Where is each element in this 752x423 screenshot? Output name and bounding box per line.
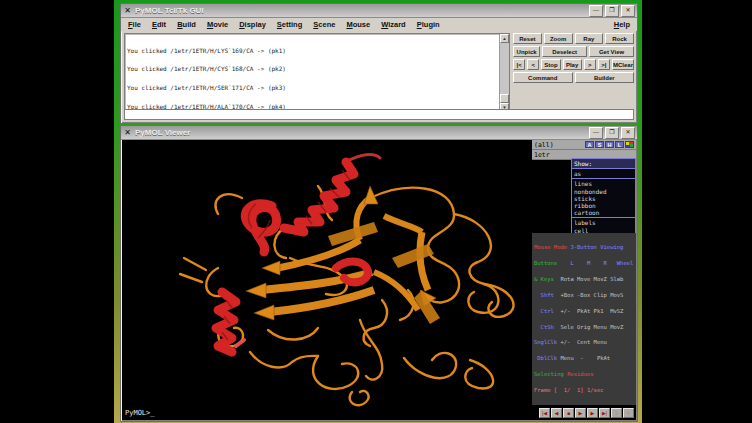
- frame-forward-icon[interactable]: ▶: [587, 408, 598, 418]
- stop-icon[interactable]: ■: [563, 408, 574, 418]
- stop-button[interactable]: Stop: [541, 59, 560, 70]
- selecting-mode-value[interactable]: Residues: [567, 371, 594, 377]
- menu-wizard[interactable]: Wizard: [381, 20, 406, 29]
- menu-mouse[interactable]: Mouse: [346, 20, 370, 29]
- minimize-icon[interactable]: —: [589, 127, 603, 139]
- snglclk-value: +/- Cent Menu: [557, 339, 607, 345]
- command-input[interactable]: [124, 109, 634, 120]
- menu-build[interactable]: Build: [177, 20, 196, 29]
- viewer-titlebar[interactable]: ✕ PyMOL Viewer — ❒ ✕: [121, 126, 637, 140]
- keys-value: Rota Move MovZ Slab: [554, 276, 624, 282]
- menu-setting[interactable]: Setting: [277, 20, 302, 29]
- label-menu-button[interactable]: L: [615, 141, 624, 148]
- mouse-mode-label: Mouse Mode: [534, 244, 567, 250]
- scrollbar-thumb[interactable]: [500, 94, 509, 103]
- hide-menu-button[interactable]: H: [605, 141, 614, 148]
- dblclk-label: DblClk: [534, 355, 557, 361]
- console-line: You clicked /1etr/1ETR/H/LYS`169/CA -> (…: [127, 48, 498, 54]
- pymol-tcltk-gui-window: ✕ PyMOL Tcl/Tk GUI — ❒ ✕ File Edit Build…: [120, 3, 638, 124]
- menu-edit[interactable]: Edit: [152, 20, 166, 29]
- menu-item-sticks[interactable]: sticks: [574, 195, 633, 202]
- rock-button[interactable]: Rock: [605, 33, 634, 44]
- fullscreen-toggle-icon[interactable]: ▼: [623, 408, 634, 418]
- movie-last-button[interactable]: >|: [598, 59, 610, 70]
- play-icon[interactable]: ▶: [575, 408, 586, 418]
- snglclk-label: SnglClk: [534, 339, 557, 345]
- ctrl-value: +/- PkAt Pk1 MvSZ: [554, 308, 624, 314]
- show-menu-header: Show:: [572, 159, 635, 169]
- mouse-mode-value: 3-Button Viewing: [567, 244, 623, 250]
- command-button[interactable]: Command: [513, 72, 573, 83]
- movie-forward-button[interactable]: >: [584, 59, 596, 70]
- gui-menubar: File Edit Build Movie Display Setting Sc…: [121, 18, 637, 31]
- pymol-command-prompt[interactable]: PyMOL>_: [125, 409, 155, 417]
- movie-transport-bar: |◀ ◀ ■ ▶ ▶ ▶| S ▼: [539, 408, 634, 418]
- movie-first-button[interactable]: |<: [513, 59, 525, 70]
- gui-titlebar[interactable]: ✕ PyMOL Tcl/Tk GUI — ❒ ✕: [121, 4, 637, 18]
- shift-value: +Box -Box Clip MovS: [554, 292, 624, 298]
- object-row-all[interactable]: (all) A S H L C: [532, 140, 636, 150]
- deselect-button[interactable]: Deselect: [542, 46, 587, 57]
- dblclk-value: Menu - PkAt: [557, 355, 610, 361]
- show-menu-button[interactable]: S: [595, 141, 604, 148]
- movie-back-button[interactable]: <: [527, 59, 539, 70]
- menu-display[interactable]: Display: [239, 20, 266, 29]
- frame-counter: Frame [ 1/ 1] 1/sec: [534, 387, 604, 393]
- 3d-viewport[interactable]: PyMOL>_ (all) A S H L C 1etr Show: as: [122, 140, 636, 420]
- gui-window-title: PyMOL Tcl/Tk GUI: [135, 6, 586, 15]
- pymol-viewer-window: ✕ PyMOL Viewer — ❒ ✕: [120, 125, 638, 422]
- minimize-icon[interactable]: —: [589, 5, 603, 17]
- menu-item-nonbonded[interactable]: nonbonded: [574, 188, 633, 195]
- frame-first-icon[interactable]: |◀: [539, 408, 550, 418]
- x11-app-icon: ✕: [123, 7, 132, 15]
- frame-back-icon[interactable]: ◀: [551, 408, 562, 418]
- ctsh-label: CtSh: [534, 324, 554, 330]
- ctsh-value: Sele Orig Menu MovZ: [554, 324, 624, 330]
- reset-button[interactable]: Reset: [513, 33, 542, 44]
- console-line: You clicked /1etr/1ETR/H/CYS`168/CA -> (…: [127, 66, 498, 72]
- object-name: (all): [534, 141, 554, 149]
- shift-label: Shft: [534, 292, 554, 298]
- ctrl-label: Ctrl: [534, 308, 554, 314]
- maximize-icon[interactable]: ❒: [605, 127, 619, 139]
- console-log-text: You clicked /1etr/1ETR/H/LYS`169/CA -> (…: [127, 35, 498, 111]
- console-scrollbar[interactable]: ▲ ▼: [499, 34, 509, 112]
- menu-scene[interactable]: Scene: [313, 20, 335, 29]
- menu-file[interactable]: File: [128, 20, 141, 29]
- menu-movie[interactable]: Movie: [207, 20, 228, 29]
- menu-item-labels[interactable]: labels: [574, 219, 633, 226]
- menu-help[interactable]: Help: [614, 20, 630, 29]
- menu-item-cartoon[interactable]: cartoon: [574, 209, 633, 216]
- console-output: You clicked /1etr/1ETR/H/LYS`169/CA -> (…: [124, 33, 510, 113]
- zoom-button[interactable]: Zoom: [544, 33, 573, 44]
- play-button[interactable]: Play: [563, 59, 582, 70]
- close-icon[interactable]: ✕: [621, 127, 635, 139]
- color-menu-button[interactable]: C: [625, 141, 634, 148]
- gui-button-panel: Reset Zoom Ray Rock Unpick Deselect Get …: [513, 33, 634, 85]
- x11-app-icon: ✕: [123, 129, 132, 137]
- unpick-button[interactable]: Unpick: [513, 46, 540, 57]
- ray-button[interactable]: Ray: [575, 33, 604, 44]
- menu-item-ribbon[interactable]: ribbon: [574, 202, 633, 209]
- scene-icon[interactable]: S: [611, 408, 622, 418]
- menu-plugin[interactable]: Plugin: [417, 20, 440, 29]
- maximize-icon[interactable]: ❒: [605, 5, 619, 17]
- object-name: 1etr: [534, 151, 550, 159]
- scroll-up-icon[interactable]: ▲: [500, 34, 509, 43]
- mclear-button[interactable]: MClear: [612, 59, 634, 70]
- keys-label: & Keys: [534, 276, 554, 282]
- get-view-button[interactable]: Get View: [589, 46, 634, 57]
- console-line: You clicked /1etr/1ETR/H/SER`171/CA -> (…: [127, 85, 498, 91]
- action-menu-button[interactable]: A: [585, 141, 594, 148]
- viewer-window-title: PyMOL Viewer: [135, 128, 586, 137]
- menu-item-as[interactable]: as: [574, 170, 633, 177]
- mouse-mode-panel: Mouse Mode 3-Button Viewing Buttons L M …: [532, 233, 636, 406]
- menu-item-lines[interactable]: lines: [574, 180, 633, 187]
- builder-button[interactable]: Builder: [575, 72, 635, 83]
- frame-last-icon[interactable]: ▶|: [599, 408, 610, 418]
- buttons-label: Buttons: [534, 260, 557, 266]
- object-panel: (all) A S H L C 1etr: [532, 140, 636, 160]
- selecting-label[interactable]: Selecting: [534, 371, 567, 377]
- close-icon[interactable]: ✕: [621, 5, 635, 17]
- buttons-value: L M R Wheel: [557, 260, 633, 266]
